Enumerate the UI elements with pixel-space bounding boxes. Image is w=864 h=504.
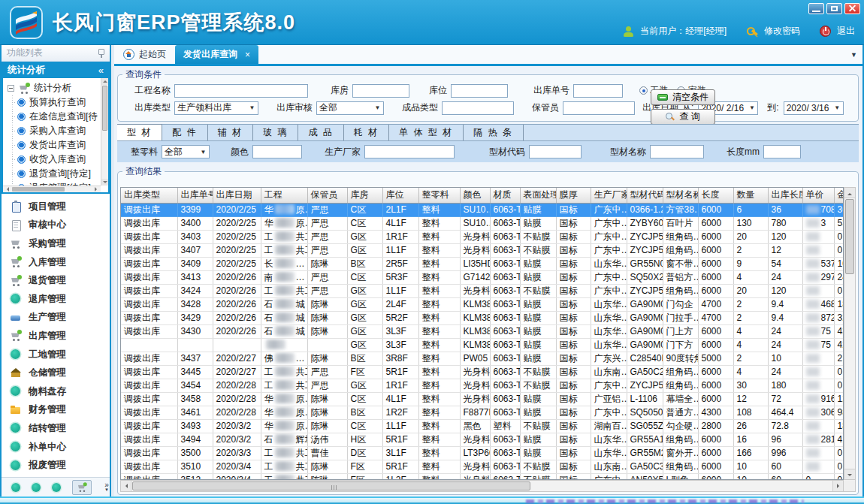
material-tab[interactable]: 隔 热 条: [464, 125, 524, 140]
column-header[interactable]: 工程: [261, 188, 307, 203]
table-row[interactable]: 调拨出库35002020/3/3工共工程曹佳D区3L1F整料LT3P606063…: [121, 446, 844, 460]
column-header[interactable]: 出库类型: [121, 188, 177, 203]
tab-shipping-query[interactable]: 发货出库查询 ×: [175, 45, 258, 64]
clear-conditions-button[interactable]: 清空条件: [651, 89, 715, 105]
table-row[interactable]: 调拨出库34092020/2/25长…陈琳B区2R5F整料LI35HD6063-…: [121, 257, 844, 270]
tree-root[interactable]: 统计分析: [8, 81, 99, 95]
column-header[interactable]: 出库长度: [768, 188, 802, 203]
scroll-up-icon[interactable]: [101, 78, 108, 85]
tree-item[interactable]: 收货入库查询: [17, 152, 99, 167]
column-header[interactable]: 长度: [698, 188, 733, 203]
table-row[interactable]: 调拨出库33992020/2/25华原…严思C区2L1F整料SU10…6063-…: [121, 203, 844, 216]
dock-item-icon[interactable]: [32, 483, 41, 492]
material-tab[interactable]: 配 件: [162, 125, 207, 140]
column-header[interactable]: 整零料: [418, 188, 460, 203]
table-row[interactable]: 调拨出库34452020/2/27工共工程严思F区5R1F整料光身料6063-T…: [121, 365, 844, 379]
keeper-input[interactable]: [563, 101, 635, 115]
table-row[interactable]: 调拨出库34372020/2/27佛…陈琳B区3R8F整料PW056063-T5…: [121, 352, 844, 365]
maximize-button[interactable]: [826, 3, 842, 14]
material-tab[interactable]: 玻 璃: [253, 125, 298, 140]
table-row[interactable]: 调拨出库34942020/3/2石辉城汤伟H区5R1F整料光身料6063-T5贴…: [121, 433, 844, 446]
sidebar-menu-item[interactable]: 报废管理: [2, 456, 110, 475]
out-type-select[interactable]: 生产领料出库▼: [174, 101, 258, 115]
change-password-link[interactable]: 修改密码: [764, 25, 800, 38]
table-row[interactable]: 调拨出库34242020/2/26工共工程严思G区1L1F整料光身料6063-T…: [121, 284, 844, 297]
dock-overflow-button[interactable]: » ▼: [104, 482, 109, 493]
tree-item[interactable]: 在途信息查询[待: [17, 110, 99, 124]
table-row[interactable]: 调拨出库34542020/2/28工共工程严思G区1R1F整料光身料6063-T…: [121, 379, 844, 392]
sidebar-menu-item[interactable]: 审核中心: [2, 216, 110, 235]
table-vertical-scrollbar[interactable]: [844, 187, 856, 480]
scroll-right-icon[interactable]: [95, 187, 99, 192]
profile-code-input[interactable]: [529, 145, 582, 158]
profile-name-input[interactable]: [650, 145, 704, 158]
sidebar-menu-item[interactable]: 出库管理: [2, 327, 110, 346]
scroll-right-icon[interactable]: [832, 481, 843, 491]
table-row[interactable]: 调拨出库34292020/2/26石城陈琳G区5R2F整料KLM38176063…: [121, 311, 844, 324]
tree-vertical-scrollbar[interactable]: [101, 78, 108, 186]
sidebar-menu-item[interactable]: 仓储管理: [2, 364, 110, 382]
column-header[interactable]: 库位: [382, 188, 418, 203]
table-row[interactable]: 调拨出库34932020/3/2华原…陈琳C区1L1F整料黑色塑料不贴膜国标湖南…: [121, 419, 844, 433]
table-row[interactable]: 调拨出库35122020/3/4工共工程陈琳F区1L2F整料光身料6063-T5…: [121, 473, 844, 480]
collapse-icon[interactable]: «: [98, 65, 104, 76]
sidebar-menu-item[interactable]: 采购管理: [2, 234, 110, 253]
material-tab[interactable]: 单 体 型 材: [389, 125, 464, 140]
sidebar-menu-item[interactable]: 物料盘存: [2, 382, 110, 401]
dock-item-icon[interactable]: [11, 483, 20, 492]
column-header[interactable]: 出库日期: [213, 188, 261, 203]
table-row[interactable]: 调拨出库34302020/2/26石城陈琳G区3L3F整料KLM38176063…: [121, 324, 844, 338]
table-horizontal-scrollbar[interactable]: [120, 480, 844, 492]
column-header[interactable]: 膜厚: [556, 188, 591, 203]
dock-item-icon[interactable]: [52, 483, 61, 492]
logout-link[interactable]: 退出: [837, 25, 855, 38]
sidebar-menu-item[interactable]: 补单中心: [2, 438, 110, 457]
column-header[interactable]: 单价: [802, 188, 834, 203]
scroll-up-icon[interactable]: [844, 188, 855, 198]
table-vscroll-thumb[interactable]: [845, 199, 854, 274]
sidebar-menu-item[interactable]: 退库管理: [2, 290, 110, 309]
table-row[interactable]: 调拨出库35102020/3/4工共工程陈琳F区5R1F整料光身料6063-T5…: [121, 460, 844, 473]
sidebar-menu-item[interactable]: 项目管理: [2, 198, 110, 216]
project-name-input[interactable]: [174, 84, 308, 98]
maker-input[interactable]: [364, 145, 455, 158]
slot-input[interactable]: [451, 84, 508, 98]
whole-part-select[interactable]: 全部▼: [162, 145, 210, 158]
table-row[interactable]: 调拨出库34582020/2/28华原…陈琳C区4L1F整料光身料6063-T5…: [121, 392, 844, 406]
dock-cart-button[interactable]: [72, 480, 92, 495]
minimize-button[interactable]: [808, 3, 824, 14]
radio-work-icon[interactable]: [639, 86, 648, 95]
sidebar-menu-item[interactable]: 结转管理: [2, 419, 110, 438]
table-row[interactable]: 调拨出库34032020/2/25工共工程严思G区1R1F整料光身料6063-T…: [121, 230, 844, 243]
tree-item[interactable]: 采购入库查询: [17, 124, 99, 138]
column-header[interactable]: 材质: [490, 188, 520, 203]
sidebar-menu-item[interactable]: 财务管理: [2, 401, 110, 420]
material-tab[interactable]: 型 材: [117, 124, 162, 140]
sidebar-menu-item[interactable]: 退货管理: [2, 271, 110, 290]
material-tab[interactable]: 辅 材: [208, 125, 253, 140]
color-input[interactable]: [252, 145, 302, 158]
tab-home[interactable]: 起始页: [114, 45, 175, 64]
tree-item[interactable]: 预算执行查询: [17, 95, 99, 110]
table-hscroll-thumb[interactable]: [132, 481, 530, 490]
table-row[interactable]: 调拨出库34132020/2/26南…严思C区5R3F整料G714226063-…: [121, 270, 844, 284]
tree-horizontal-scrollbar[interactable]: [3, 186, 101, 192]
table-row[interactable]: 调拨出库34002020/2/25华原…严思C区4L1F整料SU10…6063-…: [121, 216, 844, 230]
search-button[interactable]: 查 询: [651, 109, 715, 125]
close-button[interactable]: [844, 3, 860, 14]
scroll-down-icon[interactable]: [101, 179, 108, 186]
table-row[interactable]: 调拨出库34282020/2/26石城陈琳G区2L4F整料KLM38176063…: [121, 297, 844, 311]
material-tab[interactable]: 成 品: [298, 125, 343, 140]
sidebar-menu-item[interactable]: 生产管理: [2, 309, 110, 327]
sidebar-menu-item[interactable]: 工地管理: [2, 346, 110, 364]
tree-item[interactable]: 退货查询[待定]: [17, 167, 99, 181]
length-input[interactable]: [763, 145, 801, 158]
tab-list-dropdown-icon[interactable]: ▼: [850, 51, 857, 59]
tree-item[interactable]: 发货出库查询: [17, 138, 99, 152]
warehouse-input[interactable]: [352, 84, 409, 98]
column-header[interactable]: 库房: [347, 188, 382, 203]
scroll-down-icon[interactable]: [844, 469, 855, 479]
column-header[interactable]: 型材名称: [663, 188, 698, 203]
column-header[interactable]: 数量: [733, 188, 768, 203]
date-to-select[interactable]: 2020/ 3/16▼: [784, 101, 844, 115]
